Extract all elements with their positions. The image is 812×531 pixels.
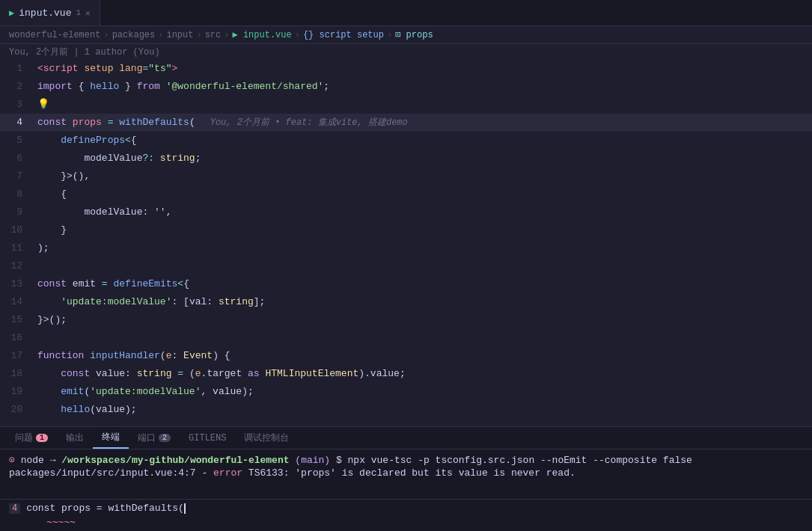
line-number-15: 15 — [0, 311, 37, 329]
table-row: 1 <script setup lang="ts"> — [0, 60, 812, 78]
table-row: 7 }>(), — [0, 168, 812, 185]
bc-part-3: src — [205, 30, 222, 40]
preview-line: 4 const props = withDefaults( — [0, 499, 812, 517]
bc-sep-3: › — [224, 30, 229, 40]
cursor — [184, 503, 186, 514]
table-row: 12 — [0, 257, 812, 275]
line-number-19: 19 — [0, 383, 37, 401]
tab-ports[interactable]: 端口 2 — [129, 427, 180, 449]
table-row: 3 💡 — [0, 96, 812, 114]
table-row: 6 modelValue?: string; — [0, 150, 812, 168]
code-container[interactable]: 1 <script setup lang="ts"> 2 import { he… — [0, 60, 812, 426]
ports-badge: 2 — [159, 434, 171, 442]
squiggle-indicator: ~~~~~ — [46, 517, 76, 528]
terminal-node: node — [21, 455, 50, 466]
line-number-2: 2 — [0, 78, 37, 96]
table-row: 13 const emit = defineEmits<{ — [0, 275, 812, 293]
code-line-15: }>(); — [37, 311, 812, 329]
terminal-path: /workspaces/my-github/wonderful-element — [61, 455, 289, 466]
line-number-4: 4 — [0, 114, 37, 132]
table-row: 4 const props = withDefaults(You, 2个月前 •… — [0, 114, 812, 132]
terminal-circle-icon: ⊙ — [9, 455, 21, 466]
code-line-8: { — [37, 185, 812, 203]
line-number-9: 9 — [0, 203, 37, 221]
code-line-18: const value: string = (e.target as HTMLI… — [37, 365, 812, 383]
tab-terminal[interactable]: 终端 — [93, 427, 129, 449]
terminal-error-message: packages/input/src/input.vue:4:7 - — [9, 467, 213, 479]
bc-part-5: {} script setup — [303, 30, 384, 40]
preview-line-number: 4 — [9, 503, 20, 514]
table-row: 10 } — [0, 221, 812, 239]
tab-debug-console[interactable]: 调试控制台 — [235, 427, 298, 449]
code-line-6: modelValue?: string; — [37, 150, 812, 168]
line-number-18: 18 — [0, 365, 37, 383]
code-line-19: emit('update:modelValue', value); — [37, 383, 812, 401]
tab-number: 1 — [76, 8, 81, 17]
tab-filename: input.vue — [19, 7, 71, 19]
tab-output[interactable]: 输出 — [57, 427, 93, 449]
line-number-16: 16 — [0, 329, 37, 347]
table-row: 19 emit('update:modelValue', value); — [0, 383, 812, 401]
code-line-9: modelValue: '', — [37, 203, 812, 221]
bc-sep-4: › — [295, 30, 300, 40]
tab-terminal-label: 终端 — [102, 431, 120, 443]
tab-ports-label: 端口 — [138, 432, 156, 444]
line-number-7: 7 — [0, 168, 37, 185]
bc-part-6: ⊡ props — [395, 29, 433, 40]
line-number-10: 10 — [0, 221, 37, 239]
line-number-14: 14 — [0, 293, 37, 311]
panel-tabs: 问题 1 输出 终端 端口 2 GITLENS 调试控制台 — [0, 427, 812, 449]
table-row: 18 const value: string = (e.target as HT… — [0, 365, 812, 383]
table-row: 5 defineProps<{ — [0, 132, 812, 150]
table-row: 17 function inputHandler(e: Event) { — [0, 347, 812, 365]
table-row: 9 modelValue: '', — [0, 203, 812, 221]
preview-code: const props = withDefaults( — [26, 503, 186, 514]
tab-close-button[interactable]: ✕ — [85, 8, 91, 18]
bc-sep-5: › — [387, 30, 392, 40]
breadcrumb: wonderful-element › packages › input › s… — [0, 26, 812, 44]
tab-output-label: 输出 — [66, 432, 84, 444]
line-number-3: 3 — [0, 96, 37, 114]
bottom-panel: 问题 1 输出 终端 端口 2 GITLENS 调试控制台 ⊙ node → /… — [0, 426, 812, 531]
code-line-1: <script setup lang="ts"> — [37, 60, 812, 78]
code-line-17: function inputHandler(e: Event) { — [37, 347, 812, 365]
bc-part-0: wonderful-element — [9, 30, 100, 40]
table-row: 15 }>(); — [0, 311, 812, 329]
tab-problems[interactable]: 问题 1 — [6, 427, 57, 449]
line-number-17: 17 — [0, 347, 37, 365]
file-tab[interactable]: ▶ input.vue 1 ✕ — [0, 0, 100, 25]
bc-part-4: ▶ input.vue — [232, 29, 291, 40]
terminal-command: npx vue-tsc -p tsconfig.src.json --noEmi… — [348, 455, 692, 466]
code-line-10: } — [37, 221, 812, 239]
tab-gitlens-label: GITLENS — [189, 433, 226, 443]
line-number-20: 20 — [0, 401, 37, 419]
vue-icon: ▶ — [9, 7, 14, 19]
tab-debug-console-label: 调试控制台 — [244, 432, 289, 444]
tab-problems-label: 问题 — [15, 432, 33, 444]
line-number-8: 8 — [0, 185, 37, 203]
squiggle-line: ~~~~~ — [0, 517, 812, 531]
terminal-line-1: ⊙ node → /workspaces/my-github/wonderful… — [9, 454, 803, 466]
editor: 1 <script setup lang="ts"> 2 import { he… — [0, 60, 812, 426]
terminal-error-line: packages/input/src/input.vue:4:7 - error… — [9, 467, 803, 479]
problems-badge: 1 — [36, 434, 48, 442]
terminal-branch: (main) — [295, 455, 330, 466]
terminal-content[interactable]: ⊙ node → /workspaces/my-github/wonderful… — [0, 449, 812, 499]
tab-gitlens[interactable]: GITLENS — [180, 427, 235, 449]
terminal-error-keyword: error — [213, 467, 242, 479]
table-row: 8 { — [0, 185, 812, 203]
table-row: 14 'update:modelValue': [val: string]; — [0, 293, 812, 311]
terminal-dollar: $ — [336, 455, 348, 466]
tab-bar: ▶ input.vue 1 ✕ — [0, 0, 812, 26]
bc-part-2: input — [166, 30, 193, 40]
code-line-20: hello(value); — [37, 401, 812, 419]
line-number-6: 6 — [0, 150, 37, 168]
bc-sep-2: › — [196, 30, 201, 40]
code-line-3: 💡 — [37, 96, 812, 114]
line-number-13: 13 — [0, 275, 37, 293]
code-line-14: 'update:modelValue': [val: string]; — [37, 293, 812, 311]
bc-sep-1: › — [158, 30, 163, 40]
table-row: 16 — [0, 329, 812, 347]
table-row: 11 ); — [0, 239, 812, 257]
line-number-12: 12 — [0, 257, 37, 275]
